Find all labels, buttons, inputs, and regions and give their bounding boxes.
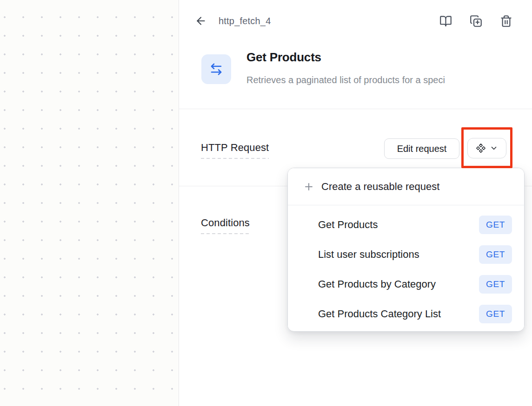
node-description: Retrieves a paginated list of products f… [246, 75, 528, 85]
node-details-panel: http_fetch_4 Get [179, 0, 532, 406]
section-divider [179, 109, 532, 109]
book-open-icon [439, 15, 452, 27]
node-type-icon-box [201, 54, 231, 84]
http-method-badge: GET [479, 245, 512, 264]
http-method-badge: GET [479, 305, 512, 323]
chevron-down-icon [490, 144, 498, 152]
http-request-section-label: HTTP Request [201, 142, 269, 159]
arrow-left-right-icon [209, 62, 223, 76]
reusable-request-dropdown-menu: Create a reusable request Get Products G… [287, 168, 525, 332]
arrow-left-icon [195, 15, 207, 27]
reusable-request-item[interactable]: List user subscriptions GET [288, 240, 524, 269]
trash-icon [500, 15, 512, 27]
reusable-request-dropdown-button[interactable] [467, 138, 506, 158]
reusable-request-list: Get Products GET List user subscriptions… [288, 205, 524, 329]
http-request-label: HTTP Request [201, 142, 269, 159]
workflow-canvas[interactable] [0, 0, 179, 406]
delete-button[interactable] [499, 14, 512, 27]
reusable-request-item-label: Get Products [318, 219, 378, 231]
back-button[interactable] [194, 14, 207, 27]
reusable-request-item-label: List user subscriptions [318, 249, 419, 261]
reusable-request-item[interactable]: Get Products Category List GET [288, 299, 524, 329]
copy-plus-icon [470, 15, 482, 27]
create-reusable-request-item[interactable]: Create a reusable request [288, 168, 524, 205]
edit-request-button[interactable]: Edit request [384, 138, 459, 159]
header-actions [439, 14, 512, 27]
node-id-title: http_fetch_4 [219, 16, 271, 26]
reusable-request-item-label: Get Products Category List [318, 308, 441, 320]
reusable-request-item-label: Get Products by Category [318, 278, 436, 290]
reusable-request-item[interactable]: Get Products GET [288, 210, 524, 240]
reusable-request-item[interactable]: Get Products by Category GET [288, 269, 524, 299]
http-method-badge: GET [479, 275, 512, 294]
create-reusable-request-label: Create a reusable request [321, 181, 439, 193]
node-title: Get Products [246, 50, 321, 65]
plus-icon [303, 181, 314, 192]
component-icon [476, 143, 486, 153]
docs-button[interactable] [439, 14, 452, 27]
http-method-badge: GET [479, 216, 512, 234]
duplicate-button[interactable] [469, 14, 482, 27]
conditions-label: Conditions [201, 217, 250, 234]
app-window: http_fetch_4 Get [0, 0, 532, 406]
conditions-section-label: Conditions [201, 217, 250, 234]
